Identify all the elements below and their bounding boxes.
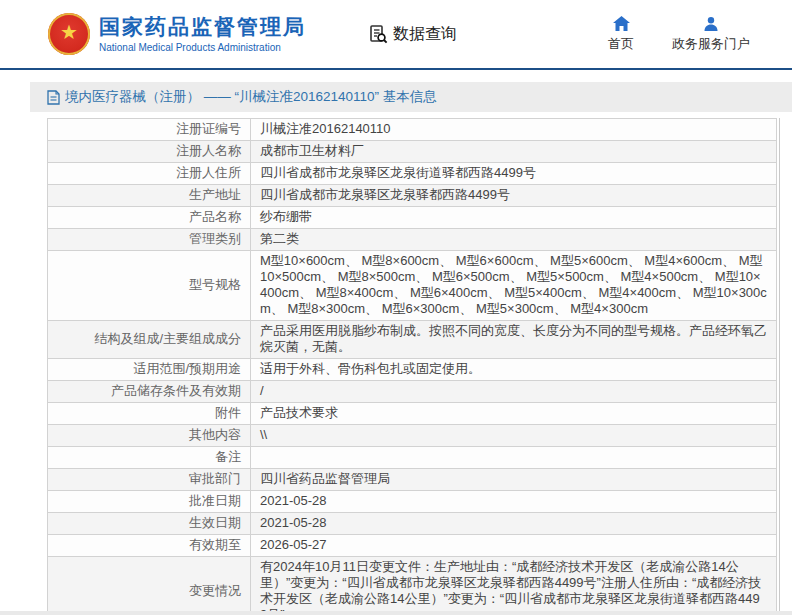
- row-value: 四川省药品监督管理局: [251, 469, 777, 491]
- site-logo: ★ 国家药品监督管理局 National Medical Products Ad…: [48, 13, 306, 55]
- row-value: \\: [251, 425, 777, 447]
- table-row: 产品名称纱布绷带: [48, 207, 777, 229]
- table-row: 管理类别第二类: [48, 229, 777, 251]
- row-value: 产品技术要求: [251, 403, 777, 425]
- row-label: 有效期至: [48, 535, 251, 557]
- nav-portal-label: 政务服务门户: [672, 35, 750, 53]
- row-label: 注册证编号: [48, 119, 251, 141]
- nav-portal[interactable]: 政务服务门户: [672, 15, 750, 53]
- row-label: 管理类别: [48, 229, 251, 251]
- row-label: 批准日期: [48, 491, 251, 513]
- table-row: 备注: [48, 447, 777, 469]
- page-title: 境内医疗器械（注册） —— “川械注准20162140110” 基本信息: [65, 88, 437, 106]
- row-label: 型号规格: [48, 251, 251, 321]
- table-row: 审批部门四川省药品监督管理局: [48, 469, 777, 491]
- user-icon: [703, 15, 719, 32]
- row-label: 其他内容: [48, 425, 251, 447]
- nav-home[interactable]: 首页: [608, 15, 634, 53]
- registration-info-table: 注册证编号川械注准20162140110注册人名称成都市卫生材料厂注册人住所四川…: [47, 118, 777, 615]
- row-value: 成都市卫生材料厂: [251, 141, 777, 163]
- table-row: 附件产品技术要求: [48, 403, 777, 425]
- table-row: 产品储存条件及有效期/: [48, 381, 777, 403]
- row-value: 有2024年10月11日变更文件：生产地址由：“成都经济技术开发区（老成渝公路1…: [251, 557, 777, 615]
- table-row: 其他内容\\: [48, 425, 777, 447]
- row-label: 生效日期: [48, 513, 251, 535]
- row-value: [251, 447, 777, 469]
- row-label: 审批部门: [48, 469, 251, 491]
- data-query-label: 数据查询: [393, 24, 457, 45]
- org-name-en: National Medical Products Administration: [99, 42, 306, 53]
- row-label: 附件: [48, 403, 251, 425]
- table-row: 变更情况有2024年10月11日变更文件：生产地址由：“成都经济技术开发区（老成…: [48, 557, 777, 615]
- row-value: 第二类: [251, 229, 777, 251]
- row-value: 2021-05-28: [251, 491, 777, 513]
- row-label: 注册人住所: [48, 163, 251, 185]
- data-query-nav[interactable]: 数据查询: [368, 24, 457, 45]
- row-value: 川械注准20162140110: [251, 119, 777, 141]
- row-label: 产品名称: [48, 207, 251, 229]
- registration-info-table-wrap: 注册证编号川械注准20162140110注册人名称成都市卫生材料厂注册人住所四川…: [47, 118, 780, 615]
- footer-strip: [0, 611, 792, 615]
- row-value: 产品采用医用脱脂纱布制成。按照不同的宽度、长度分为不同的型号规格。产品经环氧乙烷…: [251, 321, 777, 359]
- nav-home-label: 首页: [608, 35, 634, 53]
- row-value: 四川省成都市龙泉驿区龙泉驿都西路4499号: [251, 185, 777, 207]
- table-row: 注册人名称成都市卫生材料厂: [48, 141, 777, 163]
- national-emblem-icon: ★: [48, 13, 90, 55]
- document-icon: [47, 90, 60, 105]
- table-row: 有效期至2026-05-27: [48, 535, 777, 557]
- org-name-cn: 国家药品监督管理局: [99, 15, 306, 39]
- row-value: 2021-05-28: [251, 513, 777, 535]
- row-label: 生产地址: [48, 185, 251, 207]
- row-value: M型10×600cm、 M型8×600cm、 M型6×600cm、 M型5×60…: [251, 251, 777, 321]
- row-label: 结构及组成/主要组成成分: [48, 321, 251, 359]
- page-header: ★ 国家药品监督管理局 National Medical Products Ad…: [0, 0, 792, 70]
- row-value: /: [251, 381, 777, 403]
- home-icon: [613, 15, 630, 32]
- document-search-icon: [368, 24, 389, 45]
- table-row: 型号规格M型10×600cm、 M型8×600cm、 M型6×600cm、 M型…: [48, 251, 777, 321]
- row-label: 备注: [48, 447, 251, 469]
- row-label: 适用范围/预期用途: [48, 359, 251, 381]
- top-nav: 首页 政务服务门户: [608, 15, 762, 53]
- row-value: 2026-05-27: [251, 535, 777, 557]
- page-title-bar: 境内医疗器械（注册） —— “川械注准20162140110” 基本信息: [30, 82, 792, 112]
- table-row: 注册人住所四川省成都市龙泉驿区龙泉街道驿都西路4499号: [48, 163, 777, 185]
- table-row: 适用范围/预期用途适用于外科、骨伤科包扎或固定使用。: [48, 359, 777, 381]
- table-row: 批准日期2021-05-28: [48, 491, 777, 513]
- table-row: 注册证编号川械注准20162140110: [48, 119, 777, 141]
- row-value: 纱布绷带: [251, 207, 777, 229]
- row-label: 注册人名称: [48, 141, 251, 163]
- row-value: 适用于外科、骨伤科包扎或固定使用。: [251, 359, 777, 381]
- row-value: 四川省成都市龙泉驿区龙泉街道驿都西路4499号: [251, 163, 777, 185]
- row-label: 变更情况: [48, 557, 251, 615]
- info-table-body: 注册证编号川械注准20162140110注册人名称成都市卫生材料厂注册人住所四川…: [48, 119, 777, 615]
- table-row: 结构及组成/主要组成成分产品采用医用脱脂纱布制成。按照不同的宽度、长度分为不同的…: [48, 321, 777, 359]
- table-row: 生效日期2021-05-28: [48, 513, 777, 535]
- row-label: 产品储存条件及有效期: [48, 381, 251, 403]
- table-row: 生产地址四川省成都市龙泉驿区龙泉驿都西路4499号: [48, 185, 777, 207]
